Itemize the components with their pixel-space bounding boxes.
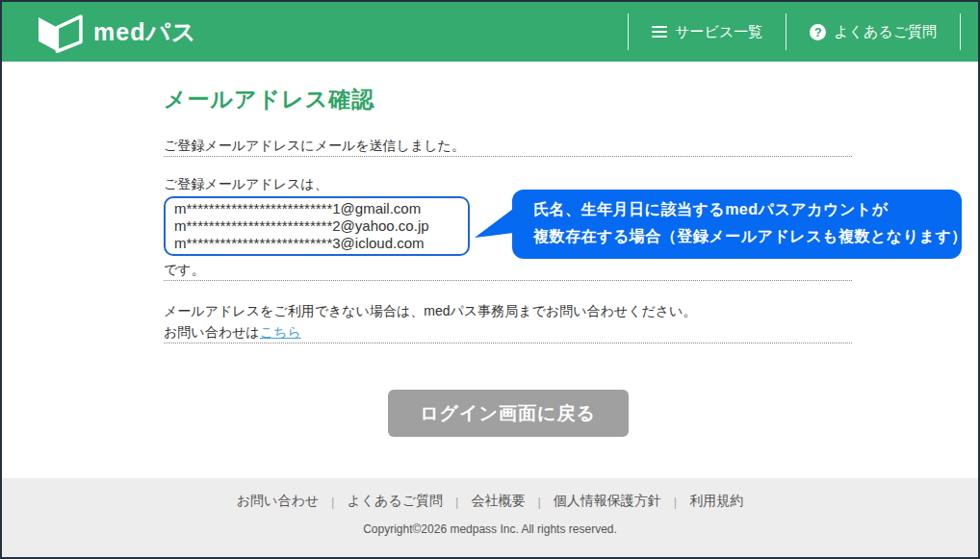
footer-nav: お問い合わせ | よくあるご質問 | 会社概要 | 個人情報保護方針 | 利用規… [2, 493, 978, 510]
nav-faq[interactable]: ? よくあるご質問 [786, 13, 961, 50]
email-address: m**************************3@icloud.com [174, 235, 459, 252]
footer-link-company[interactable]: 会社概要 [471, 493, 525, 510]
divider [164, 343, 852, 343]
email-list-box: m**************************1@gmail.com m… [164, 196, 470, 256]
menu-icon [652, 23, 667, 40]
browser-window: medパス サービス一覧 ? よくあるご質問 メールアドレス確認 ご登録メールア… [0, 0, 980, 559]
app-header: medパス サービス一覧 ? よくあるご質問 [2, 2, 978, 62]
footer-separator: | [331, 495, 334, 509]
contact-prefix: お問い合わせは [164, 324, 260, 340]
email-address: m**************************1@gmail.com [174, 200, 459, 217]
logo[interactable]: medパス [35, 11, 197, 53]
email-suffix-text: です。 [164, 259, 852, 280]
footer-link-privacy[interactable]: 個人情報保護方針 [554, 493, 661, 510]
footer-link-terms[interactable]: 利用規約 [689, 493, 743, 510]
contact-instruction: メールアドレスをご利用できない場合は、medパス事務局までお問い合わせください。 [164, 300, 852, 321]
contact-line: お問い合わせはこちら [164, 321, 852, 343]
footer-link-faq[interactable]: よくあるご質問 [347, 493, 443, 510]
copyright-text: Copyright©2026 medpass Inc. All rights r… [2, 522, 978, 536]
nav-faq-label: よくあるご質問 [834, 23, 937, 41]
nav-service-list-label: サービス一覧 [675, 23, 762, 41]
callout-tail [475, 199, 521, 240]
email-address: m**************************2@yahoo.co.jp [174, 217, 459, 235]
divider [164, 156, 852, 157]
multiple-accounts-callout: 氏名、生年月日に該当するmedパスアカウントが 複数存在する場合（登録メールアド… [512, 190, 962, 259]
page-footer: お問い合わせ | よくあるご質問 | 会社概要 | 個人情報保護方針 | 利用規… [2, 478, 978, 557]
medpass-logo-icon [35, 11, 85, 53]
callout-text-line1: 氏名、生年月日に該当するmedパスアカウントが [533, 196, 942, 223]
header-nav: サービス一覧 ? よくあるご質問 [628, 13, 961, 50]
main-content: メールアドレス確認 ご登録メールアドレスにメールを送信しました。 ご登録メールア… [2, 62, 978, 478]
callout-text-line2: 複数存在する場合（登録メールアドレスも複数となります） [533, 223, 942, 250]
nav-service-list[interactable]: サービス一覧 [628, 13, 786, 50]
sent-message: ご登録メールアドレスにメールを送信しました。 [164, 135, 852, 156]
contact-link[interactable]: こちら [260, 324, 301, 340]
footer-link-contact[interactable]: お問い合わせ [237, 493, 319, 510]
divider [164, 280, 852, 281]
email-section: ご登録メールアドレスは、 m**************************… [164, 173, 852, 280]
page-title: メールアドレス確認 [164, 85, 852, 114]
footer-separator: | [455, 495, 458, 509]
contact-section: メールアドレスをご利用できない場合は、medパス事務局までお問い合わせください。… [164, 300, 852, 343]
question-icon: ? [810, 24, 826, 40]
footer-separator: | [674, 495, 677, 509]
back-to-login-button[interactable]: ログイン画面に戻る [388, 390, 629, 437]
footer-separator: | [537, 495, 540, 509]
logo-text: medパス [93, 16, 197, 48]
